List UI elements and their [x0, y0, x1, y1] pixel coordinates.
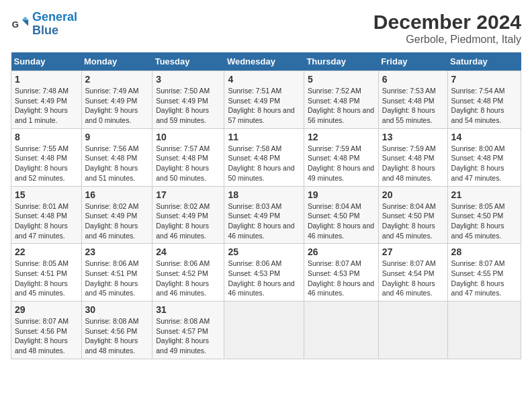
calendar-cell: 7Sunrise: 7:54 AMSunset: 4:48 PMDaylight… [447, 71, 521, 129]
day-number: 18 [228, 189, 300, 200]
calendar-cell [378, 302, 447, 359]
day-info: Sunrise: 7:58 AMSunset: 4:48 PMDaylight:… [228, 144, 294, 182]
calendar-week-4: 22Sunrise: 8:05 AMSunset: 4:51 PMDayligh… [11, 244, 521, 302]
day-number: 4 [228, 74, 300, 85]
calendar-table: SundayMondayTuesdayWednesdayThursdayFrid… [11, 52, 521, 359]
calendar-cell: 20Sunrise: 8:04 AMSunset: 4:50 PMDayligh… [378, 186, 447, 244]
day-number: 31 [156, 304, 220, 315]
title-block: December 2024 Gerbole, Piedmont, Italy [373, 11, 521, 46]
calendar-cell: 12Sunrise: 7:59 AMSunset: 4:48 PMDayligh… [304, 128, 378, 186]
page-header: G GeneralBlue December 2024 Gerbole, Pie… [11, 11, 521, 46]
day-info: Sunrise: 7:51 AMSunset: 4:49 PMDaylight:… [228, 87, 294, 124]
day-number: 10 [156, 132, 220, 142]
day-number: 17 [156, 189, 220, 200]
calendar-cell: 14Sunrise: 8:00 AMSunset: 4:48 PMDayligh… [447, 128, 521, 186]
day-info: Sunrise: 8:07 AMSunset: 4:56 PMDaylight:… [15, 317, 69, 355]
header-saturday: Saturday [447, 52, 521, 71]
calendar-cell [447, 302, 521, 359]
day-number: 2 [85, 74, 149, 85]
day-number: 21 [451, 189, 517, 200]
calendar-cell: 29Sunrise: 8:07 AMSunset: 4:56 PMDayligh… [11, 302, 82, 359]
calendar-cell: 23Sunrise: 8:06 AMSunset: 4:51 PMDayligh… [81, 244, 152, 302]
day-info: Sunrise: 7:56 AMSunset: 4:48 PMDaylight:… [85, 144, 139, 182]
day-info: Sunrise: 7:50 AMSunset: 4:49 PMDaylight:… [156, 87, 210, 124]
calendar-cell: 25Sunrise: 8:06 AMSunset: 4:53 PMDayligh… [224, 244, 304, 302]
calendar-cell: 6Sunrise: 7:53 AMSunset: 4:48 PMDaylight… [378, 71, 447, 129]
day-number: 1 [15, 74, 78, 85]
day-info: Sunrise: 7:55 AMSunset: 4:48 PMDaylight:… [15, 144, 69, 182]
day-number: 7 [451, 74, 517, 85]
day-number: 23 [85, 246, 149, 257]
calendar-cell: 17Sunrise: 8:02 AMSunset: 4:49 PMDayligh… [152, 186, 224, 244]
day-number: 28 [451, 246, 517, 257]
day-number: 24 [156, 246, 220, 257]
day-info: Sunrise: 8:04 AMSunset: 4:50 PMDaylight:… [382, 202, 436, 240]
calendar-cell: 2Sunrise: 7:49 AMSunset: 4:49 PMDaylight… [81, 71, 152, 129]
calendar-cell: 3Sunrise: 7:50 AMSunset: 4:49 PMDaylight… [152, 71, 224, 129]
day-number: 6 [382, 74, 444, 85]
day-info: Sunrise: 8:07 AMSunset: 4:55 PMDaylight:… [451, 259, 505, 297]
day-info: Sunrise: 8:07 AMSunset: 4:53 PMDaylight:… [308, 259, 374, 297]
day-number: 30 [85, 304, 149, 315]
day-info: Sunrise: 7:59 AMSunset: 4:48 PMDaylight:… [382, 144, 436, 182]
calendar-cell: 9Sunrise: 7:56 AMSunset: 4:48 PMDaylight… [81, 128, 152, 186]
day-number: 16 [85, 189, 149, 200]
day-info: Sunrise: 8:02 AMSunset: 4:49 PMDaylight:… [85, 202, 139, 240]
day-number: 27 [382, 246, 444, 257]
day-info: Sunrise: 7:52 AMSunset: 4:48 PMDaylight:… [308, 87, 374, 124]
calendar-cell: 8Sunrise: 7:55 AMSunset: 4:48 PMDaylight… [11, 128, 82, 186]
calendar-week-2: 8Sunrise: 7:55 AMSunset: 4:48 PMDaylight… [11, 128, 521, 186]
day-number: 20 [382, 189, 444, 200]
day-number: 13 [382, 132, 444, 142]
calendar-cell: 15Sunrise: 8:01 AMSunset: 4:48 PMDayligh… [11, 186, 82, 244]
calendar-cell: 5Sunrise: 7:52 AMSunset: 4:48 PMDaylight… [304, 71, 378, 129]
day-info: Sunrise: 8:04 AMSunset: 4:50 PMDaylight:… [308, 202, 374, 240]
calendar-cell [224, 302, 304, 359]
calendar-cell: 27Sunrise: 8:07 AMSunset: 4:54 PMDayligh… [378, 244, 447, 302]
header-monday: Monday [81, 52, 152, 71]
calendar-header-row: SundayMondayTuesdayWednesdayThursdayFrid… [11, 52, 521, 71]
day-number: 22 [15, 246, 78, 257]
day-number: 14 [451, 132, 517, 142]
header-thursday: Thursday [304, 52, 378, 71]
calendar-cell: 13Sunrise: 7:59 AMSunset: 4:48 PMDayligh… [378, 128, 447, 186]
calendar-cell: 21Sunrise: 8:05 AMSunset: 4:50 PMDayligh… [447, 186, 521, 244]
calendar-cell: 19Sunrise: 8:04 AMSunset: 4:50 PMDayligh… [304, 186, 378, 244]
day-info: Sunrise: 7:57 AMSunset: 4:48 PMDaylight:… [156, 144, 210, 182]
calendar-cell: 10Sunrise: 7:57 AMSunset: 4:48 PMDayligh… [152, 128, 224, 186]
day-number: 3 [156, 74, 220, 85]
svg-marker-1 [22, 19, 28, 26]
header-wednesday: Wednesday [224, 52, 304, 71]
day-info: Sunrise: 8:06 AMSunset: 4:52 PMDaylight:… [156, 259, 210, 297]
day-number: 5 [308, 74, 375, 85]
calendar-cell: 1Sunrise: 7:48 AMSunset: 4:49 PMDaylight… [11, 71, 82, 129]
calendar-cell: 11Sunrise: 7:58 AMSunset: 4:48 PMDayligh… [224, 128, 304, 186]
day-info: Sunrise: 7:49 AMSunset: 4:49 PMDaylight:… [85, 87, 139, 124]
day-info: Sunrise: 7:48 AMSunset: 4:49 PMDaylight:… [15, 87, 69, 124]
calendar-week-1: 1Sunrise: 7:48 AMSunset: 4:49 PMDaylight… [11, 71, 521, 129]
svg-text:G: G [12, 19, 19, 29]
header-sunday: Sunday [11, 52, 82, 71]
day-number: 11 [228, 132, 300, 142]
day-number: 8 [15, 132, 78, 142]
day-info: Sunrise: 8:01 AMSunset: 4:48 PMDaylight:… [15, 202, 69, 240]
calendar-week-5: 29Sunrise: 8:07 AMSunset: 4:56 PMDayligh… [11, 302, 521, 359]
logo: G GeneralBlue [11, 11, 77, 38]
day-info: Sunrise: 7:53 AMSunset: 4:48 PMDaylight:… [382, 87, 436, 124]
logo-text: GeneralBlue [32, 11, 77, 38]
logo-icon: G [11, 15, 30, 34]
header-friday: Friday [378, 52, 447, 71]
svg-marker-2 [22, 17, 28, 20]
calendar-cell: 22Sunrise: 8:05 AMSunset: 4:51 PMDayligh… [11, 244, 82, 302]
day-info: Sunrise: 8:02 AMSunset: 4:49 PMDaylight:… [156, 202, 210, 240]
day-number: 9 [85, 132, 149, 142]
day-info: Sunrise: 8:00 AMSunset: 4:48 PMDaylight:… [451, 144, 505, 182]
day-number: 12 [308, 132, 375, 142]
day-info: Sunrise: 7:54 AMSunset: 4:48 PMDaylight:… [451, 87, 505, 124]
day-info: Sunrise: 8:05 AMSunset: 4:50 PMDaylight:… [451, 202, 505, 240]
calendar-cell: 31Sunrise: 8:08 AMSunset: 4:57 PMDayligh… [152, 302, 224, 359]
day-info: Sunrise: 8:08 AMSunset: 4:57 PMDaylight:… [156, 317, 210, 355]
page-title: December 2024 [373, 11, 521, 34]
calendar-cell: 4Sunrise: 7:51 AMSunset: 4:49 PMDaylight… [224, 71, 304, 129]
calendar-cell: 24Sunrise: 8:06 AMSunset: 4:52 PMDayligh… [152, 244, 224, 302]
